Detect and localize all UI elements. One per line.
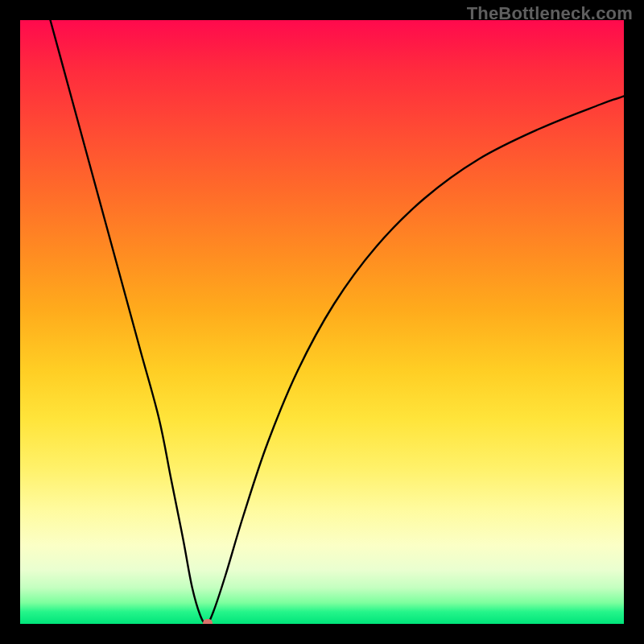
chart-frame: TheBottleneck.com xyxy=(0,0,644,644)
watermark-label: TheBottleneck.com xyxy=(467,3,633,24)
plot-area xyxy=(20,20,624,624)
bottleneck-curve xyxy=(20,20,624,624)
minimum-marker xyxy=(203,619,213,625)
curve-path xyxy=(51,20,625,623)
